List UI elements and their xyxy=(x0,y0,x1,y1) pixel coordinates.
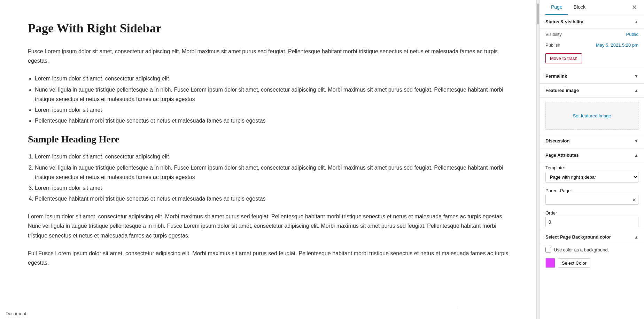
paragraph-2: Lorem ipsum dolor sit amet, consectetur … xyxy=(28,212,509,240)
featured-image-section: Featured image ▲ Set featured image xyxy=(540,84,644,130)
visibility-row: Visibility Public xyxy=(540,29,644,40)
list-item: Nunc vel ligula in augue tristique pelle… xyxy=(35,163,509,182)
section-heading: Sample Heading Here xyxy=(28,134,509,145)
template-label: Template: xyxy=(545,165,638,170)
order-input[interactable] xyxy=(545,217,638,227)
chevron-up-icon: ▲ xyxy=(634,20,638,24)
visibility-label: Visibility xyxy=(545,32,562,37)
publish-row: Publish May 5, 2021 5:20 pm xyxy=(540,40,644,50)
bg-color-title: Select Page Background color xyxy=(545,234,611,240)
paragraph-1: Fusce Lorem ipsum dolor sit amet, consec… xyxy=(28,47,509,65)
use-color-label[interactable]: Use color as a background. xyxy=(540,244,644,255)
page-attributes-title: Page Attributes xyxy=(545,153,579,158)
sidebar-tabs: Page Block xyxy=(545,0,630,15)
list-item: Pellentesque habitant morbi tristique se… xyxy=(35,116,509,125)
permalink-chevron-icon: ▼ xyxy=(634,74,638,79)
parent-page-clear-button[interactable]: ✕ xyxy=(632,197,636,203)
list-item: Lorem ipsum dolor sit amet xyxy=(35,183,509,193)
page-attributes-section: Page Attributes ▲ Template: Page with ri… xyxy=(540,148,644,230)
ordered-list: Lorem ipsum dolor sit amet, consectetur … xyxy=(35,152,509,203)
paragraph-3: Full Fusce Lorem ipsum dolor sit amet, c… xyxy=(28,249,509,267)
bottom-bar-label: Document xyxy=(6,311,26,316)
discussion-chevron-icon: ▼ xyxy=(634,139,638,143)
permalink-header[interactable]: Permalink ▼ xyxy=(540,69,644,83)
featured-image-title: Featured image xyxy=(545,88,579,93)
visibility-value[interactable]: Public xyxy=(626,32,638,37)
main-content: Page With Right Sidebar Fusce Lorem ipsu… xyxy=(0,0,537,319)
permalink-title: Permalink xyxy=(545,73,567,79)
sidebar-scroll: Status & visibility ▲ Visibility Public … xyxy=(540,15,644,319)
page-attributes-header[interactable]: Page Attributes ▲ xyxy=(540,148,644,162)
list-item: Lorem ipsum dolor sit amet, consectetur … xyxy=(35,152,509,161)
select-color-row: Select Color xyxy=(540,255,644,273)
color-swatch[interactable] xyxy=(545,258,555,268)
list-item: Lorem ipsum dolor sit amet, consectetur … xyxy=(35,74,509,83)
sidebar-header: Page Block ✕ xyxy=(540,0,644,15)
parent-page-field-group: Parent Page: ✕ xyxy=(540,185,644,208)
select-color-button[interactable]: Select Color xyxy=(558,258,590,268)
bullet-list: Lorem ipsum dolor sit amet, consectetur … xyxy=(35,74,509,125)
list-item: Pellentesque habitant morbi tristique se… xyxy=(35,194,509,203)
move-to-trash-button[interactable]: Move to trash xyxy=(545,53,582,63)
parent-page-input-wrapper: ✕ xyxy=(545,195,638,205)
discussion-header[interactable]: Discussion ▼ xyxy=(540,134,644,148)
sidebar-panel: Page Block ✕ Status & visibility ▲ Visib… xyxy=(540,0,644,319)
template-field-group: Template: Page with right sidebar Defaul… xyxy=(540,162,644,185)
bg-color-header[interactable]: Select Page Background color ▲ xyxy=(540,230,644,244)
use-color-checkbox[interactable] xyxy=(545,247,551,252)
bg-color-section: Select Page Background color ▲ Use color… xyxy=(540,230,644,273)
use-color-text: Use color as a background. xyxy=(554,247,609,252)
publish-value[interactable]: May 5, 2021 5:20 pm xyxy=(596,42,638,48)
publish-label: Publish xyxy=(545,42,560,48)
template-select[interactable]: Page with right sidebar Default Template… xyxy=(545,172,638,182)
featured-image-placeholder[interactable]: Set featured image xyxy=(545,102,638,130)
scrollbar-track[interactable] xyxy=(537,0,540,319)
tab-page[interactable]: Page xyxy=(545,0,568,15)
list-item: Lorem ipsum dolor sit amet xyxy=(35,105,509,115)
scrollbar-thumb[interactable] xyxy=(537,3,539,24)
list-item: Nunc vel ligula in augue tristique pelle… xyxy=(35,85,509,104)
set-featured-image-link[interactable]: Set featured image xyxy=(573,113,611,118)
bg-color-chevron-icon: ▲ xyxy=(634,235,638,240)
page-attributes-chevron-icon: ▲ xyxy=(634,153,638,158)
featured-image-chevron-icon: ▲ xyxy=(634,88,638,93)
close-button[interactable]: ✕ xyxy=(630,3,638,12)
permalink-section: Permalink ▼ xyxy=(540,69,644,83)
status-visibility-title: Status & visibility xyxy=(545,19,583,24)
discussion-section: Discussion ▼ xyxy=(540,134,644,148)
featured-image-header[interactable]: Featured image ▲ xyxy=(540,84,644,98)
parent-page-input[interactable] xyxy=(545,195,638,205)
parent-page-label: Parent Page: xyxy=(545,188,638,193)
bottom-bar: Document xyxy=(0,308,458,319)
order-field-group: Order xyxy=(540,208,644,230)
page-title: Page With Right Sidebar xyxy=(28,21,509,36)
status-visibility-header[interactable]: Status & visibility ▲ xyxy=(540,15,644,29)
order-label: Order xyxy=(545,210,638,216)
tab-block[interactable]: Block xyxy=(568,0,591,15)
discussion-title: Discussion xyxy=(545,138,569,143)
status-visibility-section: Status & visibility ▲ Visibility Public … xyxy=(540,15,644,69)
